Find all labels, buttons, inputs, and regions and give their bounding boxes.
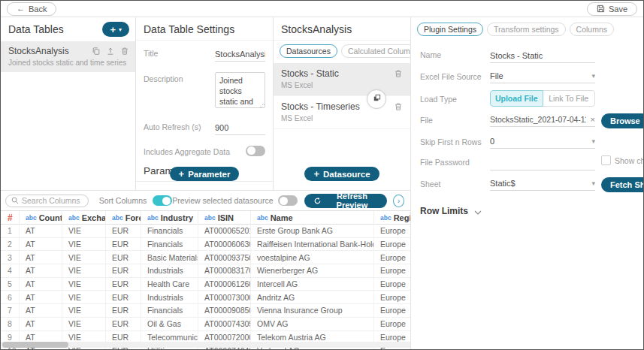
table-cell: AT (20, 264, 62, 277)
horizontal-scrollbar[interactable] (1, 342, 410, 348)
table-cell: VIE (62, 238, 106, 251)
table-cell: EUR (106, 291, 141, 303)
excel-file-source-select[interactable]: File ▾ (490, 70, 595, 83)
table-row: 4ATVIEEURIndustrialsAT0000831706Wienerbe… (1, 264, 410, 278)
caret-down-icon: ▾ (591, 72, 595, 80)
table-cell: AT (20, 251, 62, 264)
tab-datasources[interactable]: Datasources (280, 44, 337, 58)
table-cell: Europe (374, 318, 410, 330)
skip-rows-select[interactable]: 0 ▾ (490, 135, 595, 149)
fetch-sheets-button[interactable]: Fetch Sheets (601, 177, 644, 192)
table-row: 2ATVIEEURFinancialsAT0000606306Raiffeise… (1, 238, 410, 252)
clear-file-icon[interactable]: × (591, 115, 595, 124)
table-cell: VIE (62, 264, 106, 277)
description-field-label: Description (144, 72, 215, 83)
row-limits-expander[interactable]: Row Limits (411, 204, 643, 218)
tab-plugin-settings[interactable]: Plugin Settings (417, 23, 483, 36)
datasource-item-stocks-static[interactable]: Stocks - Static MS Excel (274, 63, 410, 96)
preview-section: Sort Columns Preview selected datasource… (1, 190, 410, 349)
column-header-row-number[interactable]: # (1, 211, 20, 225)
table-cell: Europe (374, 251, 410, 264)
table-cell: AT (20, 304, 62, 317)
auto-refresh-input[interactable] (215, 122, 265, 135)
search-columns-box (5, 195, 89, 207)
table-cell: EUR (106, 318, 141, 330)
save-button[interactable]: Save (587, 2, 637, 16)
tab-transform-settings[interactable]: Transform settings (487, 23, 566, 36)
table-cell: EUR (106, 251, 141, 264)
table-row: 3ATVIEEURBasic MaterialsAT0000937503voes… (1, 251, 410, 264)
table-cell: Europe (374, 291, 410, 303)
load-type-label: Load Type (420, 90, 490, 104)
table-row: 7ATVIEEURFinancialsAT0000908504Vienna In… (1, 304, 410, 318)
row-number: 6 (1, 291, 20, 303)
column-header-industry[interactable]: abcIndustry (141, 211, 198, 225)
name-input[interactable] (490, 50, 595, 63)
description-textarea[interactable] (215, 72, 265, 108)
upload-icon[interactable] (106, 47, 115, 56)
table-cell: Europe (374, 304, 410, 317)
load-type-segmented: Upload File Link To File (490, 90, 595, 107)
table-cell: AT (20, 238, 62, 251)
add-data-table-button[interactable]: + ▾ (102, 22, 129, 37)
table-header-row: # abcCountryabcExchangeabcForexabcIndust… (1, 211, 410, 225)
table-cell: VIE (62, 304, 106, 317)
column-header-region[interactable]: abcRegion (374, 211, 410, 225)
show-characters-label: Show characters (615, 156, 644, 165)
refresh-preview-label: Refresh Preview (325, 192, 378, 210)
delete-icon[interactable] (120, 47, 129, 56)
datasource-item-stocks-timeseries[interactable]: Stocks - Timeseries MS Excel (274, 96, 410, 129)
column-header-name[interactable]: abcName (251, 211, 374, 225)
show-characters-checkbox[interactable] (601, 155, 611, 165)
delete-icon[interactable] (394, 102, 403, 111)
browse-button[interactable]: Browse (601, 113, 644, 128)
sort-columns-toggle[interactable] (153, 195, 172, 206)
copy-icon[interactable] (92, 47, 101, 56)
table-body: 1ATVIEEURFinancialsAT0000652011Erste Gro… (1, 225, 410, 349)
table-cell: AT (20, 291, 62, 303)
table-cell: AT0000606306 (198, 238, 251, 251)
file-password-input[interactable] (490, 157, 595, 170)
data-tables-panel: Data Tables + ▾ StocksAnalysis (1, 17, 136, 190)
row-limits-label: Row Limits (420, 206, 468, 216)
delete-icon[interactable] (394, 69, 403, 78)
add-datasource-button[interactable]: + Datasource (304, 167, 379, 181)
tab-columns[interactable]: Columns (570, 23, 614, 36)
name-field-label: Name (420, 48, 490, 59)
title-input[interactable] (215, 48, 265, 62)
column-header-isin[interactable]: abcISIN (198, 211, 251, 225)
datasources-panel: StocksAnalysis Datasources Calculated Co… (274, 17, 410, 190)
table-cell: Industrials (141, 264, 198, 277)
column-header-forex[interactable]: abcForex (106, 211, 141, 225)
scrollbar-thumb[interactable] (2, 342, 68, 348)
link-to-file-button[interactable]: Link To File (543, 90, 596, 107)
includes-aggregate-data-toggle[interactable] (246, 146, 265, 156)
settings-panel-title: Data Table Settings (136, 17, 273, 41)
table-cell: Basic Materials (141, 251, 198, 264)
back-button[interactable]: ← Back (7, 2, 56, 16)
next-page-button[interactable]: › (393, 195, 404, 207)
datasource-type: MS Excel (281, 114, 403, 122)
sheet-select[interactable]: Static$ ▾ (490, 177, 595, 191)
skip-rows-label: Skip First n Rows (420, 135, 490, 146)
column-header-exchange[interactable]: abcExchange (62, 211, 106, 225)
add-parameter-button[interactable]: + Parameter (170, 167, 240, 181)
datasource-name: Stocks - Timeseries (281, 101, 360, 112)
preview-toolbar: Sort Columns Preview selected datasource… (1, 191, 410, 211)
row-number: 5 (1, 278, 20, 291)
row-number: 7 (1, 304, 20, 317)
excel-file-source-label: Excel File Source (420, 70, 490, 81)
refresh-preview-button[interactable]: Refresh Preview (304, 194, 387, 208)
upload-file-button[interactable]: Upload File (490, 90, 543, 107)
duplicate-datasource-button[interactable] (367, 89, 386, 109)
skip-rows-value: 0 (490, 137, 494, 146)
data-table-list-item[interactable]: StocksAnalysis Joined stocks static and … (1, 41, 135, 72)
column-header-country[interactable]: abcCountry (20, 211, 62, 225)
table-cell: AT (20, 278, 62, 291)
chevron-right-icon: › (398, 197, 401, 205)
table-cell: AT (20, 225, 62, 237)
search-columns-input[interactable] (22, 196, 83, 205)
preview-datasource-toggle[interactable] (278, 195, 298, 206)
table-cell: Vienna Insurance Group (251, 304, 374, 317)
back-arrow-icon: ← (17, 5, 25, 13)
